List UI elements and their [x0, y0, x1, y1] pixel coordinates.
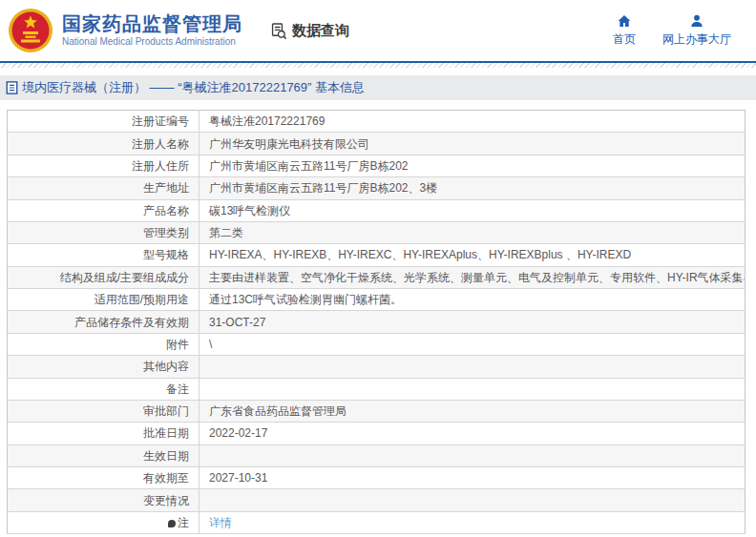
row-label: 有效期至: [8, 467, 200, 489]
row-label: 产品储存条件及有效期: [8, 311, 200, 333]
row-label: 适用范围/预期用途: [8, 289, 200, 311]
row-value: 广州市黄埔区南云五路11号厂房B栋202: [200, 155, 746, 176]
table-row: 附件\: [8, 333, 746, 355]
row-value: [200, 444, 746, 466]
data-query-section: 数据查询: [269, 22, 349, 40]
row-value: 2027-10-31: [200, 467, 746, 489]
brand-text: 国家药品监督管理局 National Medical Products Admi…: [62, 13, 242, 48]
row-label: 注: [8, 511, 200, 533]
table-row: 其他内容: [8, 356, 746, 378]
top-nav: 首页 网上办事大厅: [613, 13, 741, 48]
row-value: 广东省食品药品监督管理局: [200, 400, 746, 422]
row-label: 注册证编号: [8, 111, 200, 133]
table-row: 注册人名称广州华友明康光电科技有限公司: [8, 133, 746, 155]
row-label: 变更情况: [8, 489, 200, 511]
row-value: [200, 489, 746, 511]
site-subtitle: National Medical Products Administration: [62, 36, 242, 48]
row-label: 型号规格: [8, 244, 200, 266]
row-value: 主要由进样装置、空气净化干燥系统、光学系统、测量单元、电气及控制单元、专用软件、…: [200, 266, 746, 288]
pin-icon: [168, 520, 176, 527]
row-value: 粤械注准20172221769: [200, 111, 746, 133]
nav-online-hall[interactable]: 网上办事大厅: [662, 13, 731, 48]
row-label: 管理类别: [8, 221, 200, 243]
table-row: 适用范围/预期用途通过13C呼气试验检测胃幽门螺杆菌。: [8, 289, 746, 311]
table-row: 型号规格HY-IREXA、HY-IREXB、HY-IREXC、HY-IREXAp…: [8, 244, 746, 266]
table-row: 生效日期: [8, 444, 746, 466]
row-label: 备注: [8, 378, 200, 400]
nav-online-hall-label: 网上办事大厅: [662, 31, 731, 48]
document-search-icon: [269, 22, 287, 40]
data-query-label: 数据查询: [292, 22, 349, 40]
row-label: 审批部门: [8, 400, 200, 422]
table-row: 批准日期2022-02-17: [8, 423, 746, 444]
row-label: 批准日期: [8, 423, 200, 444]
row-label: 结构及组成/主要组成成分: [8, 266, 200, 288]
row-label: 生产地址: [8, 177, 200, 199]
table-row: 产品名称碳13呼气检测仪: [8, 199, 746, 221]
row-value: HY-IREXA、HY-IREXB、HY-IREXC、HY-IREXAplus、…: [200, 244, 746, 266]
table-row: 生产地址广州市黄埔区南云五路11号厂房B栋202、3楼: [8, 177, 746, 199]
table-row: 注详情: [8, 511, 746, 533]
row-value: \: [200, 333, 746, 355]
row-value: 2022-02-17: [200, 423, 746, 444]
table-row: 变更情况: [8, 489, 746, 511]
row-label: 其他内容: [8, 356, 200, 378]
nav-home-label: 首页: [613, 31, 636, 48]
registration-info-table: 注册证编号粤械注准20172221769注册人名称广州华友明康光电科技有限公司注…: [7, 110, 746, 534]
home-icon: [617, 13, 632, 29]
row-value: 广州华友明康光电科技有限公司: [200, 133, 746, 155]
table-row: 产品储存条件及有效期31-OCT-27: [8, 311, 746, 333]
document-icon: [6, 81, 18, 94]
row-value: 详情: [200, 511, 746, 533]
hatch-texture: [0, 63, 756, 68]
row-value: [200, 356, 746, 378]
detail-link[interactable]: 详情: [209, 516, 232, 529]
table-row: 结构及组成/主要组成成分主要由进样装置、空气净化干燥系统、光学系统、测量单元、电…: [8, 266, 746, 288]
breadcrumb: 境内医疗器械（注册） —— “粤械注准20172221769” 基本信息: [0, 75, 756, 100]
table-row: 有效期至2027-10-31: [8, 467, 746, 489]
brand: 国家药品监督管理局 National Medical Products Admi…: [8, 8, 242, 53]
row-label: 注册人住所: [8, 155, 200, 176]
site-title: 国家药品监督管理局: [62, 13, 242, 34]
row-value: [200, 378, 746, 400]
row-label: 注册人名称: [8, 133, 200, 155]
row-label: 生效日期: [8, 444, 200, 466]
national-emblem-logo: [8, 8, 53, 53]
table-row: 管理类别第二类: [8, 221, 746, 243]
row-value: 第二类: [200, 221, 746, 243]
table-row: 注册证编号粤械注准20172221769: [8, 111, 746, 133]
row-value: 31-OCT-27: [200, 311, 746, 333]
table-row: 备注: [8, 378, 746, 400]
header: 国家药品监督管理局 National Medical Products Admi…: [0, 0, 756, 61]
row-value: 通过13C呼气试验检测胃幽门螺杆菌。: [200, 289, 746, 311]
row-label: 产品名称: [8, 199, 200, 221]
table-row: 审批部门广东省食品药品监督管理局: [8, 400, 746, 422]
row-label: 附件: [8, 333, 200, 355]
row-value: 广州市黄埔区南云五路11号厂房B栋202、3楼: [200, 177, 746, 199]
table-row: 注册人住所广州市黄埔区南云五路11号厂房B栋202: [8, 155, 746, 176]
breadcrumb-text: 境内医疗器械（注册） —— “粤械注准20172221769” 基本信息: [22, 79, 365, 96]
user-icon: [689, 13, 704, 29]
nav-home[interactable]: 首页: [613, 13, 636, 48]
row-value: 碳13呼气检测仪: [200, 199, 746, 221]
